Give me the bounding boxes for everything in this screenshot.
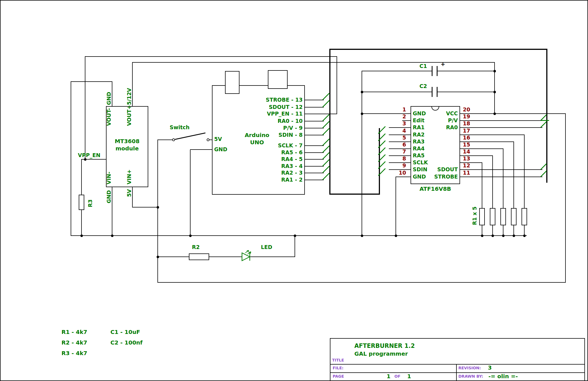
atf-pin-number: 3 — [391, 120, 406, 126]
wire — [190, 149, 212, 150]
wire — [85, 57, 85, 160]
atf-pin-number: 13 — [463, 155, 470, 162]
wire — [132, 207, 158, 207]
bus-wire — [546, 49, 547, 183]
wire — [81, 210, 82, 236]
mt3608-name-line1: MT3608 — [107, 138, 148, 145]
junction-dot — [84, 158, 87, 161]
wire — [85, 56, 337, 57]
atf-pin-number: 11 — [463, 170, 470, 176]
wire — [437, 71, 495, 71]
atf-pin-number: 15 — [463, 141, 470, 148]
junction-dot — [502, 235, 505, 237]
junction-dot — [361, 113, 363, 115]
atf-pin-label: VCC — [412, 110, 458, 116]
bus-entry — [322, 159, 330, 166]
switch-contact — [172, 138, 175, 141]
junction-dot — [493, 91, 496, 93]
resistor-r1 — [500, 208, 506, 225]
capacitor-c2 — [432, 87, 433, 97]
arduino-pin-label: RA0 - 10 — [245, 118, 303, 124]
wire — [71, 235, 527, 236]
wire — [492, 156, 493, 208]
atf-pin-label: RA4 — [413, 145, 425, 152]
wire — [460, 169, 542, 170]
r1x5-label: R1 x 5 — [472, 206, 477, 225]
legend-item: C2 - 100nf — [110, 339, 143, 346]
junction-dot — [361, 235, 363, 237]
wire — [305, 173, 324, 173]
wire — [565, 114, 566, 283]
atf-pin-label: STROBE — [412, 174, 458, 180]
switch-label: Switch — [170, 124, 190, 130]
mt3608-name: MT3608 module — [107, 138, 148, 152]
arduino-pin-label: VPP_EN - 11 — [245, 111, 303, 117]
bus-entry — [540, 163, 547, 170]
wire — [305, 128, 324, 128]
mt3608-pad-512v: 5/12V — [126, 88, 132, 105]
wire — [305, 100, 324, 100]
title-label: TITLE — [332, 358, 344, 363]
wire — [503, 149, 503, 208]
wire — [132, 62, 133, 106]
atf-pin-label: SCLK — [413, 159, 428, 165]
power-connector — [268, 70, 288, 89]
arduino-pin-label: RA5 - 6 — [245, 149, 303, 155]
atf-pin-number: 20 — [463, 106, 470, 113]
arduino-gnd-label: GND — [214, 146, 227, 152]
arduino-pin-label: RA2 - 3 — [245, 170, 303, 176]
r2-label: R2 — [192, 244, 200, 250]
bus-entry — [322, 173, 330, 180]
switch-contact — [207, 138, 209, 141]
page-label: PAGE — [333, 374, 344, 379]
wire — [513, 142, 514, 208]
atf-pin-number: 6 — [391, 141, 406, 148]
resistor-r1 — [522, 208, 527, 225]
atf-pin-label: P/V — [412, 117, 458, 123]
arduino-5v-label: 5V — [214, 136, 222, 142]
wire — [250, 257, 295, 257]
bus-entry — [322, 93, 330, 100]
atf-pin-number: 19 — [463, 113, 470, 119]
schematic-title: AFTERBURNER 1.2 — [354, 343, 415, 349]
junction-dot — [189, 235, 192, 237]
wire — [157, 140, 172, 140]
resistor-r3 — [79, 195, 84, 210]
atf-pin-number: 14 — [463, 148, 470, 155]
junction-dot — [523, 235, 526, 237]
bus-entry — [540, 170, 547, 177]
wire — [305, 152, 324, 153]
atf-pin-label: RA0 — [412, 124, 458, 130]
junction-dot — [157, 206, 159, 209]
resistor-r1 — [479, 208, 485, 225]
wire — [305, 159, 324, 160]
arduino-pin-label: SDOUT - 12 — [245, 104, 303, 110]
wire — [305, 135, 324, 135]
bus-entry — [322, 138, 330, 146]
led-icon — [241, 250, 254, 263]
page-value: 1 — [387, 373, 391, 380]
mt3608-name-line2: module — [107, 145, 148, 152]
wire — [305, 180, 324, 180]
atf-pin-number: 16 — [463, 135, 470, 141]
atf-pin-number: 2 — [391, 113, 406, 119]
atf-pin-label: RA5 — [413, 152, 425, 158]
atf-pin-number: 18 — [463, 120, 470, 126]
c1-label: C1 — [419, 63, 427, 69]
atf-pin-number: 7 — [391, 148, 406, 155]
legend-item: R3 - 4k7 — [61, 350, 87, 356]
wire — [396, 177, 396, 236]
revision-label: REVISION: — [458, 365, 481, 370]
arduino-pin-label: SCLK - 7 — [245, 142, 303, 148]
capacitor-c1 — [432, 66, 433, 76]
arduino-pin-label: SDIN - 8 — [245, 132, 303, 138]
resistor-r1 — [490, 208, 495, 225]
legend-item: R1 - 4k7 — [61, 329, 87, 335]
led-label: LED — [261, 244, 272, 250]
legend-item: R2 - 4k7 — [61, 339, 87, 346]
junction-dot — [395, 235, 397, 237]
atf-pin-label: RA2 — [413, 131, 425, 138]
wire — [437, 92, 495, 92]
bus-wire — [329, 49, 547, 50]
atf-pin-number: 5 — [391, 135, 406, 141]
